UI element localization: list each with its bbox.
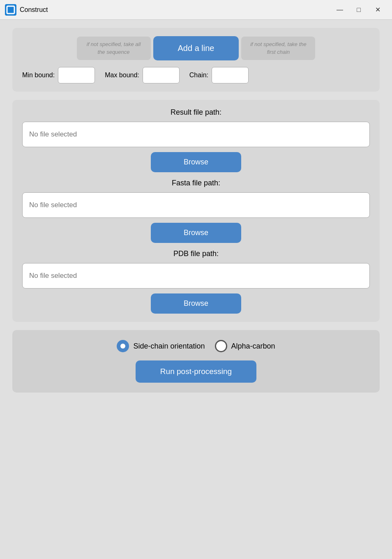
minimize-button[interactable]: —: [330, 3, 349, 16]
chain-input[interactable]: [212, 67, 249, 83]
result-file-section: Result file path: Browse: [22, 108, 370, 172]
min-bound-input[interactable]: [58, 67, 95, 83]
app-icon: [5, 4, 16, 16]
alpha-carbon-radio[interactable]: [215, 340, 227, 352]
result-browse-button[interactable]: Browse: [151, 152, 241, 172]
pdb-file-section: PDB file path: Browse: [22, 249, 370, 314]
window-controls: — □ ✕: [330, 3, 387, 16]
hint-right: if not specified, take the first chain: [241, 37, 315, 60]
add-line-row: if not specified, take all the sequence …: [22, 36, 370, 60]
radio-row: Side-chain orientation Alpha-carbon: [117, 340, 275, 352]
bounds-row: Min bound: Max bound: Chain:: [22, 67, 370, 83]
pdb-file-label: PDB file path:: [173, 249, 219, 258]
add-line-button[interactable]: Add a line: [153, 36, 239, 60]
fasta-file-label: Fasta file path:: [172, 179, 220, 187]
add-line-panel: if not specified, take all the sequence …: [12, 28, 380, 92]
hint-left: if not specified, take all the sequence: [77, 37, 151, 60]
main-content: if not specified, take all the sequence …: [0, 20, 392, 401]
side-chain-option[interactable]: Side-chain orientation: [117, 340, 205, 352]
pdb-file-input[interactable]: [22, 263, 370, 289]
alpha-carbon-option[interactable]: Alpha-carbon: [215, 340, 275, 352]
fasta-file-section: Fasta file path: Browse: [22, 179, 370, 243]
file-paths-panel: Result file path: Browse Fasta file path…: [12, 100, 380, 322]
window-title: Construct: [20, 6, 330, 14]
fasta-file-input[interactable]: [22, 192, 370, 218]
max-bound-input[interactable]: [143, 67, 180, 83]
fasta-browse-button[interactable]: Browse: [151, 223, 241, 243]
alpha-carbon-label: Alpha-carbon: [231, 342, 275, 351]
maximize-button[interactable]: □: [349, 3, 368, 16]
min-bound-label: Min bound:: [22, 72, 55, 79]
run-button[interactable]: Run post-processing: [136, 360, 256, 383]
max-bound-label: Max bound:: [105, 72, 139, 79]
side-chain-label: Side-chain orientation: [133, 342, 205, 351]
pdb-browse-button[interactable]: Browse: [151, 293, 241, 314]
chain-label: Chain:: [189, 72, 208, 79]
title-bar: Construct — □ ✕: [0, 0, 392, 20]
result-file-label: Result file path:: [171, 108, 221, 117]
result-file-input[interactable]: [22, 122, 370, 147]
close-button[interactable]: ✕: [368, 3, 387, 16]
bottom-panel: Side-chain orientation Alpha-carbon Run …: [12, 330, 380, 393]
side-chain-radio[interactable]: [117, 340, 129, 352]
